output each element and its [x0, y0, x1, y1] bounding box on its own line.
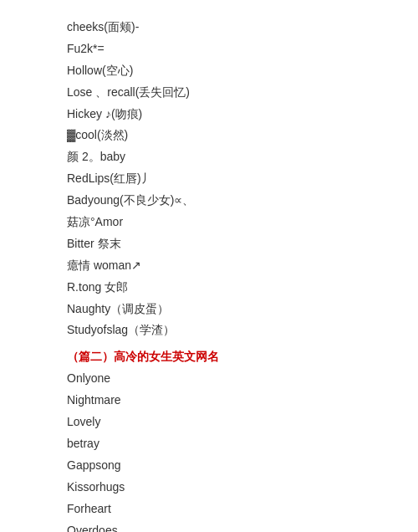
list-item: 颜 2。baby	[67, 146, 368, 168]
list-item: cheeks(面颊)-	[67, 17, 368, 38]
list-item: Kissorhugs	[67, 477, 368, 499]
list-item: Hollow(空心)	[67, 60, 368, 82]
list-item: Hickey ♪(吻痕)	[67, 104, 368, 125]
list-item: Bitter 祭末	[67, 233, 368, 255]
top-items-list: cheeks(面颊)-Fu2k*=Hollow(空心)Lose 、recall(…	[67, 17, 368, 341]
bottom-items-list: OnlyoneNightmareLovelybetrayGappsongKiss…	[67, 368, 368, 532]
list-item: Lose 、recall(丢失回忆)	[67, 82, 368, 104]
list-item: Fu2k*=	[67, 38, 368, 60]
list-item: Studyofslag（学渣）	[67, 320, 368, 341]
content-list: cheeks(面颊)-Fu2k*=Hollow(空心)Lose 、recall(…	[67, 17, 368, 532]
list-item: Overdoes	[67, 520, 368, 532]
list-item: Forheart	[67, 499, 368, 520]
list-item: Gappsong	[67, 455, 368, 477]
list-item: 菇凉°Amor	[67, 212, 368, 233]
list-item: R.tong 女郎	[67, 277, 368, 299]
list-item: Nightmare	[67, 390, 368, 412]
list-item: Onlyone	[67, 368, 368, 390]
list-item: 癔情 woman↗	[67, 255, 368, 277]
list-item: Naughty（调皮蛋）	[67, 299, 368, 320]
list-item: Badyoung(不良少女)∝、	[67, 190, 368, 212]
list-item: RedLips(红唇)丿	[67, 168, 368, 190]
list-item: Lovely	[67, 412, 368, 433]
section-header: （篇二）高冷的女生英文网名	[67, 345, 368, 368]
list-item: ▓cool(淡然)	[67, 125, 368, 146]
list-item: betray	[67, 433, 368, 455]
